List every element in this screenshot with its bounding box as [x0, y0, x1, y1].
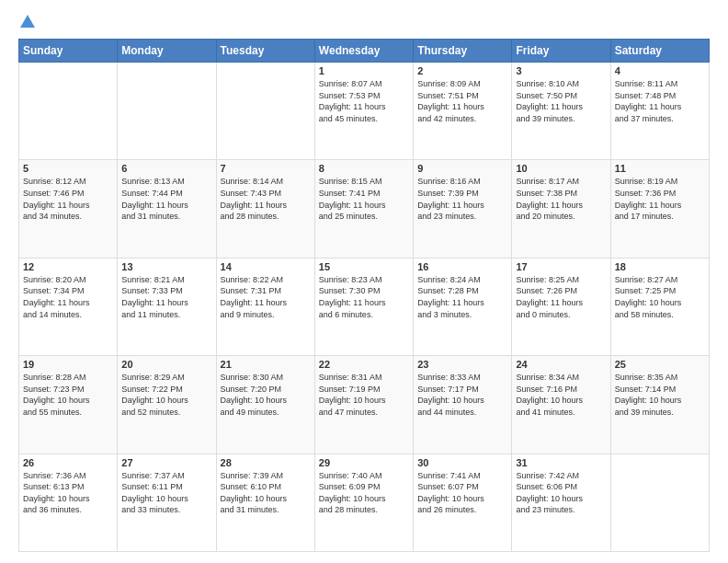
calendar-header-row: SundayMondayTuesdayWednesdayThursdayFrid…	[19, 40, 710, 63]
day-number: 8	[319, 163, 409, 174]
day-number: 29	[319, 457, 409, 468]
day-info: Sunrise: 8:14 AM Sunset: 7:43 PM Dayligh…	[221, 176, 311, 222]
calendar-day-cell: 22Sunrise: 8:31 AM Sunset: 7:19 PM Dayli…	[314, 356, 413, 454]
day-number: 4	[615, 65, 705, 76]
day-number: 28	[221, 457, 311, 468]
day-number: 12	[23, 261, 113, 272]
day-number: 14	[221, 261, 311, 272]
day-number: 18	[615, 261, 705, 272]
calendar-day-cell: 1Sunrise: 8:07 AM Sunset: 7:53 PM Daylig…	[314, 63, 413, 160]
logo-triangle-icon	[20, 15, 35, 28]
day-number: 10	[516, 163, 606, 174]
calendar-day-cell	[610, 454, 709, 551]
day-info: Sunrise: 8:29 AM Sunset: 7:22 PM Dayligh…	[121, 372, 211, 418]
day-of-week-header: Sunday	[19, 40, 118, 63]
day-info: Sunrise: 8:34 AM Sunset: 7:16 PM Dayligh…	[516, 372, 606, 418]
calendar-day-cell: 4Sunrise: 8:11 AM Sunset: 7:48 PM Daylig…	[610, 63, 709, 160]
day-info: Sunrise: 8:30 AM Sunset: 7:20 PM Dayligh…	[221, 372, 311, 418]
calendar-day-cell: 14Sunrise: 8:22 AM Sunset: 7:31 PM Dayli…	[216, 258, 314, 355]
day-number: 9	[417, 163, 507, 174]
day-info: Sunrise: 7:42 AM Sunset: 6:06 PM Dayligh…	[516, 470, 606, 516]
calendar-day-cell: 12Sunrise: 8:20 AM Sunset: 7:34 PM Dayli…	[19, 258, 118, 355]
day-of-week-header: Tuesday	[216, 40, 314, 63]
logo	[18, 15, 35, 29]
day-info: Sunrise: 8:13 AM Sunset: 7:44 PM Dayligh…	[121, 176, 211, 222]
day-number: 23	[417, 359, 507, 370]
day-info: Sunrise: 8:25 AM Sunset: 7:26 PM Dayligh…	[516, 274, 606, 320]
day-info: Sunrise: 8:17 AM Sunset: 7:38 PM Dayligh…	[516, 176, 606, 222]
day-number: 30	[417, 457, 507, 468]
day-number: 20	[121, 359, 211, 370]
day-info: Sunrise: 8:31 AM Sunset: 7:19 PM Dayligh…	[319, 372, 409, 418]
day-info: Sunrise: 8:11 AM Sunset: 7:48 PM Dayligh…	[615, 78, 705, 124]
calendar-day-cell: 18Sunrise: 8:27 AM Sunset: 7:25 PM Dayli…	[610, 258, 709, 355]
calendar-week-row: 19Sunrise: 8:28 AM Sunset: 7:23 PM Dayli…	[19, 356, 710, 454]
day-number: 24	[516, 359, 606, 370]
day-number: 3	[516, 65, 606, 76]
day-info: Sunrise: 8:24 AM Sunset: 7:28 PM Dayligh…	[417, 274, 507, 320]
day-info: Sunrise: 8:07 AM Sunset: 7:53 PM Dayligh…	[319, 78, 409, 124]
calendar-week-row: 26Sunrise: 7:36 AM Sunset: 6:13 PM Dayli…	[19, 454, 710, 551]
day-info: Sunrise: 7:41 AM Sunset: 6:07 PM Dayligh…	[417, 470, 507, 516]
calendar-day-cell: 8Sunrise: 8:15 AM Sunset: 7:41 PM Daylig…	[314, 160, 413, 258]
page: SundayMondayTuesdayWednesdayThursdayFrid…	[0, 0, 728, 563]
day-info: Sunrise: 7:39 AM Sunset: 6:10 PM Dayligh…	[221, 470, 311, 516]
day-number: 25	[615, 359, 705, 370]
calendar-day-cell: 24Sunrise: 8:34 AM Sunset: 7:16 PM Dayli…	[512, 356, 610, 454]
calendar-day-cell: 27Sunrise: 7:37 AM Sunset: 6:11 PM Dayli…	[118, 454, 216, 551]
day-of-week-header: Friday	[512, 40, 610, 63]
day-number: 15	[319, 261, 409, 272]
calendar-day-cell: 5Sunrise: 8:12 AM Sunset: 7:46 PM Daylig…	[19, 160, 118, 258]
calendar-day-cell: 10Sunrise: 8:17 AM Sunset: 7:38 PM Dayli…	[512, 160, 610, 258]
day-info: Sunrise: 8:12 AM Sunset: 7:46 PM Dayligh…	[23, 176, 113, 222]
day-number: 26	[23, 457, 113, 468]
day-info: Sunrise: 8:27 AM Sunset: 7:25 PM Dayligh…	[615, 274, 705, 320]
calendar-day-cell: 11Sunrise: 8:19 AM Sunset: 7:36 PM Dayli…	[610, 160, 709, 258]
calendar-day-cell: 9Sunrise: 8:16 AM Sunset: 7:39 PM Daylig…	[414, 160, 512, 258]
calendar-day-cell: 6Sunrise: 8:13 AM Sunset: 7:44 PM Daylig…	[118, 160, 216, 258]
calendar-day-cell	[19, 63, 118, 160]
day-number: 11	[615, 163, 705, 174]
calendar-day-cell: 3Sunrise: 8:10 AM Sunset: 7:50 PM Daylig…	[512, 63, 610, 160]
calendar-day-cell	[118, 63, 216, 160]
day-of-week-header: Thursday	[414, 40, 512, 63]
day-info: Sunrise: 8:16 AM Sunset: 7:39 PM Dayligh…	[417, 176, 507, 222]
calendar-day-cell: 2Sunrise: 8:09 AM Sunset: 7:51 PM Daylig…	[414, 63, 512, 160]
header	[18, 15, 710, 29]
day-number: 22	[319, 359, 409, 370]
calendar-week-row: 5Sunrise: 8:12 AM Sunset: 7:46 PM Daylig…	[19, 160, 710, 258]
day-info: Sunrise: 8:15 AM Sunset: 7:41 PM Dayligh…	[319, 176, 409, 222]
day-number: 5	[23, 163, 113, 174]
day-number: 27	[121, 457, 211, 468]
calendar-week-row: 1Sunrise: 8:07 AM Sunset: 7:53 PM Daylig…	[19, 63, 710, 160]
calendar-day-cell: 16Sunrise: 8:24 AM Sunset: 7:28 PM Dayli…	[414, 258, 512, 355]
day-of-week-header: Monday	[118, 40, 216, 63]
day-number: 16	[417, 261, 507, 272]
calendar: SundayMondayTuesdayWednesdayThursdayFrid…	[18, 39, 710, 552]
day-number: 13	[121, 261, 211, 272]
day-info: Sunrise: 8:10 AM Sunset: 7:50 PM Dayligh…	[516, 78, 606, 124]
calendar-day-cell: 19Sunrise: 8:28 AM Sunset: 7:23 PM Dayli…	[19, 356, 118, 454]
day-info: Sunrise: 8:09 AM Sunset: 7:51 PM Dayligh…	[417, 78, 507, 124]
day-info: Sunrise: 7:40 AM Sunset: 6:09 PM Dayligh…	[319, 470, 409, 516]
day-number: 2	[417, 65, 507, 76]
day-info: Sunrise: 7:36 AM Sunset: 6:13 PM Dayligh…	[23, 470, 113, 516]
calendar-day-cell: 15Sunrise: 8:23 AM Sunset: 7:30 PM Dayli…	[314, 258, 413, 355]
day-info: Sunrise: 8:20 AM Sunset: 7:34 PM Dayligh…	[23, 274, 113, 320]
calendar-day-cell: 21Sunrise: 8:30 AM Sunset: 7:20 PM Dayli…	[216, 356, 314, 454]
day-info: Sunrise: 8:22 AM Sunset: 7:31 PM Dayligh…	[221, 274, 311, 320]
day-number: 1	[319, 65, 409, 76]
day-info: Sunrise: 8:28 AM Sunset: 7:23 PM Dayligh…	[23, 372, 113, 418]
calendar-day-cell: 31Sunrise: 7:42 AM Sunset: 6:06 PM Dayli…	[512, 454, 610, 551]
day-number: 19	[23, 359, 113, 370]
calendar-week-row: 12Sunrise: 8:20 AM Sunset: 7:34 PM Dayli…	[19, 258, 710, 355]
day-number: 21	[221, 359, 311, 370]
calendar-day-cell: 7Sunrise: 8:14 AM Sunset: 7:43 PM Daylig…	[216, 160, 314, 258]
calendar-day-cell: 29Sunrise: 7:40 AM Sunset: 6:09 PM Dayli…	[314, 454, 413, 551]
calendar-day-cell: 25Sunrise: 8:35 AM Sunset: 7:14 PM Dayli…	[610, 356, 709, 454]
day-info: Sunrise: 7:37 AM Sunset: 6:11 PM Dayligh…	[121, 470, 211, 516]
calendar-day-cell: 26Sunrise: 7:36 AM Sunset: 6:13 PM Dayli…	[19, 454, 118, 551]
day-info: Sunrise: 8:33 AM Sunset: 7:17 PM Dayligh…	[417, 372, 507, 418]
day-of-week-header: Saturday	[610, 40, 709, 63]
day-info: Sunrise: 8:35 AM Sunset: 7:14 PM Dayligh…	[615, 372, 705, 418]
